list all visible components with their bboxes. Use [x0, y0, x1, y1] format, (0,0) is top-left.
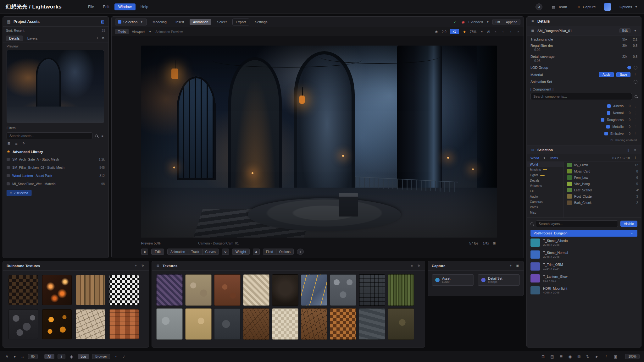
component-row[interactable]: Normal 0 ⋮ — [527, 109, 641, 116]
toolbar-animation-button[interactable]: Animation — [190, 19, 211, 25]
chevron-down-icon[interactable]: ▾ — [13, 354, 17, 359]
toolbar-modeling-button[interactable]: Modeling — [149, 19, 170, 25]
toolbar-select-button[interactable]: Select — [214, 19, 230, 25]
tab-layers[interactable]: Layers — [24, 36, 41, 41]
items-column-label[interactable]: Items — [550, 156, 558, 160]
item-row[interactable]: Vine_Hang5 — [564, 181, 641, 187]
edit-button[interactable]: Edit — [151, 249, 164, 255]
mode-track[interactable]: Track — [188, 249, 203, 255]
texture-asset-row[interactable]: T_Trim_ORM1024 x 1024 — [527, 261, 641, 272]
capture-item-asset[interactable]: AssetLOD0 — [432, 274, 474, 286]
refresh-icon[interactable]: ↻ — [417, 264, 421, 268]
grid-view-icon[interactable]: ⊞ — [7, 141, 11, 145]
world-column-dropdown[interactable]: World — [530, 156, 539, 160]
asset-list-item[interactable]: SM_Pillar_Broken_02 · Static Mesh 845 — [3, 163, 108, 172]
sync-icon[interactable]: ↻ — [585, 354, 591, 359]
toggle-off[interactable]: Off — [493, 19, 503, 25]
topbar-options[interactable]: Options ▾ — [619, 5, 638, 9]
clock-icon[interactable]: ◔ — [113, 354, 118, 359]
flame-icon[interactable]: ◆ — [462, 30, 467, 34]
toolbar-settings-button[interactable]: Settings — [252, 19, 271, 25]
texture-thumbnail[interactable] — [156, 274, 183, 306]
category-item[interactable]: Misc — [527, 210, 564, 215]
toolbar-insert-button[interactable]: Insert — [172, 19, 187, 25]
component-row[interactable]: Roughness 0 ⋮ — [527, 116, 641, 123]
search-icon[interactable] — [95, 134, 98, 137]
playback-speed[interactable]: 1/4x — [483, 241, 489, 245]
texture-thumbnail[interactable] — [359, 274, 385, 306]
user-avatar[interactable] — [604, 3, 611, 11]
texture-asset-row[interactable]: T_Stone_Normal2048 x 2048 — [527, 249, 641, 261]
texture-thumbnail[interactable] — [359, 308, 385, 340]
texture-thumbnail[interactable] — [272, 274, 298, 306]
dots-icon[interactable]: ⋮ — [633, 131, 637, 136]
fullscreen-icon[interactable]: ⊞ — [492, 241, 497, 245]
item-row[interactable]: Ivy_Climb12 — [564, 162, 641, 168]
target-icon[interactable]: ◉ — [69, 354, 74, 359]
dots-icon[interactable]: ⋮ — [633, 111, 637, 115]
asset-search-input[interactable] — [7, 132, 92, 139]
toggle-append[interactable]: Append — [503, 19, 520, 25]
last-frame-icon[interactable]: » — [516, 30, 520, 34]
texture-thumbnail[interactable] — [42, 275, 72, 305]
texture-thumbnail[interactable] — [330, 308, 356, 340]
pause-icon[interactable]: || — [626, 148, 630, 152]
item-row[interactable]: Bark_Chunk2 — [564, 200, 641, 206]
asset-list-item[interactable]: SM_Arch_Gate_A · Static Mesh 1.2k — [3, 155, 108, 163]
texture-thumbnail[interactable] — [214, 274, 241, 306]
lod-toggle-off[interactable] — [634, 66, 637, 69]
category-item[interactable]: Decals — [527, 178, 564, 183]
component-row[interactable]: Metallic 0 ⋮ — [527, 123, 641, 130]
category-item[interactable]: Paths — [527, 205, 564, 210]
add-icon[interactable]: + — [508, 264, 513, 268]
texture-thumbnail[interactable] — [388, 308, 414, 340]
asset-list-item[interactable]: MI_StoneFloor_Wet · Material 98 — [3, 180, 108, 188]
texture-thumbnail[interactable] — [185, 274, 212, 306]
gear-icon[interactable]: ⚙ — [101, 36, 105, 41]
panel-toggle-icon[interactable]: ◧ — [100, 19, 105, 25]
selection-tag[interactable]: ≡ 2 selected — [7, 190, 31, 196]
browser-pill[interactable]: Browser — [92, 354, 110, 359]
texture-thumbnail[interactable] — [42, 309, 72, 339]
item-row[interactable]: Fern_Low6 — [564, 174, 641, 181]
check-dropdown-icon[interactable]: ✓ — [452, 19, 458, 25]
log-pill[interactable]: Log — [78, 354, 89, 359]
property-row[interactable]: Tracking angle 35x 2.1 — [527, 36, 641, 42]
grid-icon[interactable]: ⊞ — [540, 354, 546, 359]
item-row[interactable]: Moss_Card8 — [564, 168, 641, 174]
visibility-icon[interactable]: ○ — [630, 231, 634, 235]
resolution-percent[interactable]: 75% — [470, 30, 476, 34]
category-item[interactable]: Volumes — [527, 183, 564, 189]
tab-mode-label[interactable]: Animation Preview — [155, 30, 183, 34]
layers-icon[interactable]: ▤ — [549, 354, 555, 359]
options-button[interactable]: Options — [276, 249, 293, 255]
texture-thumbnail[interactable] — [330, 274, 356, 306]
prev-frame-icon[interactable]: ‹ — [501, 30, 505, 34]
record-toggle-icon[interactable]: ○ — [297, 249, 304, 255]
tab-details[interactable]: Details — [6, 36, 23, 41]
sort-icon[interactable]: ≡ — [410, 264, 414, 268]
viewport-render[interactable] — [141, 46, 497, 238]
capture-item-detail[interactable]: Detail Set8 maps — [478, 274, 520, 286]
category-item[interactable]: Lights — [527, 173, 564, 178]
lambda-icon[interactable]: Λ — [4, 354, 9, 359]
more-icon[interactable]: ⋮ — [603, 354, 609, 359]
texture-thumbnail[interactable] — [243, 274, 269, 306]
selected-outliner-row[interactable]: PostProcess_Dungeon ○ — [530, 230, 637, 237]
selected-object-row[interactable]: ▦ SM_DungeonPillar_01 Edit ▾ — [527, 26, 641, 36]
dots-icon[interactable]: ⋮ — [633, 118, 637, 122]
object-edit-button[interactable]: Edit — [619, 28, 630, 33]
extended-label[interactable]: Extended — [469, 20, 483, 24]
material-save-button[interactable]: Save — [616, 72, 630, 77]
scroll-right-icon[interactable]: › — [636, 187, 641, 192]
menu-window[interactable]: Window — [114, 3, 136, 10]
home-icon[interactable]: ⌂ — [20, 354, 25, 359]
mode-curves[interactable]: Curves — [203, 249, 219, 255]
key-icon[interactable]: ◆ — [253, 249, 260, 255]
texture-thumbnail[interactable] — [109, 309, 139, 339]
mode-animation[interactable]: Animation — [168, 249, 188, 255]
menu-edit[interactable]: Edit — [99, 3, 113, 10]
add-icon[interactable]: + — [134, 264, 138, 268]
texture-thumbnail[interactable] — [214, 308, 241, 340]
lod-toggle-on[interactable] — [627, 66, 631, 69]
